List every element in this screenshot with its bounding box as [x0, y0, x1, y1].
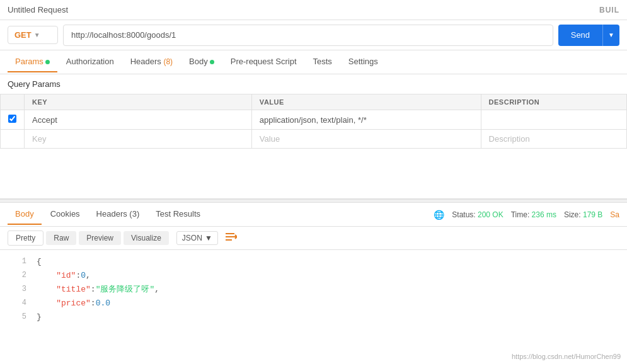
- send-button[interactable]: Send ▼: [558, 25, 619, 46]
- tab-params[interactable]: Params: [8, 52, 57, 72]
- tab-authorization[interactable]: Authorization: [59, 52, 122, 72]
- request-tabs: Params Authorization Headers (8) Body Pr…: [0, 50, 627, 74]
- row-checkbox[interactable]: [8, 115, 16, 123]
- svg-rect-2: [226, 239, 232, 241]
- col-value: VALUE: [251, 94, 481, 110]
- svg-rect-1: [226, 236, 237, 237]
- size-label: Size: 179 B: [564, 210, 602, 219]
- format-select[interactable]: JSON ▼: [176, 231, 218, 245]
- json-line-4: 4 "price": 0.0: [0, 297, 627, 310]
- value-placeholder[interactable]: Value: [251, 130, 481, 149]
- url-input[interactable]: [63, 25, 553, 46]
- request-spacer: [0, 149, 627, 199]
- tab-headers[interactable]: Headers (8): [123, 52, 180, 72]
- row-value[interactable]: application/json, text/plain, */*: [251, 110, 481, 130]
- col-description: DESCRIPTION: [481, 94, 626, 110]
- save-label[interactable]: Sa: [610, 210, 619, 219]
- view-preview[interactable]: Preview: [79, 231, 121, 245]
- format-label: JSON: [182, 234, 202, 242]
- svg-rect-0: [226, 233, 234, 234]
- table-row-placeholder: Key Value Description: [1, 130, 627, 149]
- response-tabs-bar: Body Cookies Headers (3) Test Results 🌐 …: [0, 203, 627, 227]
- format-arrow-icon: ▼: [205, 234, 212, 242]
- tab-prerequest[interactable]: Pre-request Script: [223, 52, 304, 72]
- row-checkbox-cell[interactable]: [1, 110, 25, 130]
- desc-placeholder[interactable]: Description: [481, 130, 626, 149]
- table-row: Accept application/json, text/plain, */*: [1, 110, 627, 130]
- view-raw[interactable]: Raw: [46, 231, 76, 245]
- row-key[interactable]: Accept: [25, 110, 252, 130]
- method-arrow-icon: ▼: [34, 31, 40, 38]
- send-label: Send: [558, 25, 602, 46]
- method-select[interactable]: GET ▼: [8, 26, 58, 44]
- resp-tab-body[interactable]: Body: [8, 204, 42, 225]
- col-checkbox: [1, 94, 25, 110]
- resp-tab-testresults[interactable]: Test Results: [148, 204, 208, 225]
- view-pretty[interactable]: Pretty: [8, 230, 43, 246]
- url-bar: GET ▼ Send ▼: [0, 20, 627, 50]
- response-tabs: Body Cookies Headers (3) Test Results: [8, 204, 209, 225]
- response-area: Body Cookies Headers (3) Test Results 🌐 …: [0, 203, 627, 329]
- query-params-title: Query Params: [0, 74, 627, 94]
- json-viewer: 1 { 2 "id": 0, 3 "title": "服务降级了呀", 4 "p…: [0, 250, 627, 329]
- row-description[interactable]: [481, 110, 626, 130]
- globe-icon: 🌐: [434, 210, 444, 220]
- request-title: Untitled Request: [8, 5, 68, 14]
- watermark: https://blog.csdn.net/HumorChen99: [512, 353, 621, 360]
- body-toolbar: Pretty Raw Preview Visualize JSON ▼: [0, 227, 627, 250]
- params-table: KEY VALUE DESCRIPTION Accept application…: [0, 94, 627, 149]
- col-key: KEY: [25, 94, 252, 110]
- tab-settings[interactable]: Settings: [341, 52, 386, 72]
- status-label: Status: 200 OK: [452, 210, 503, 219]
- build-badge: BUIL: [599, 6, 619, 14]
- send-dropdown-icon[interactable]: ▼: [602, 25, 619, 46]
- resp-tab-cookies[interactable]: Cookies: [43, 204, 88, 225]
- view-visualize[interactable]: Visualize: [124, 231, 169, 245]
- method-label: GET: [14, 30, 32, 40]
- wrap-icon[interactable]: [226, 232, 237, 244]
- query-params-section: Query Params KEY VALUE DESCRIPTION Accep…: [0, 74, 627, 149]
- time-label: Time: 236 ms: [511, 210, 556, 219]
- title-bar: Untitled Request BUIL: [0, 0, 627, 20]
- json-line-3: 3 "title": "服务降级了呀",: [0, 283, 627, 297]
- tab-tests[interactable]: Tests: [306, 52, 340, 72]
- json-line-2: 2 "id": 0,: [0, 269, 627, 283]
- resp-tab-headers[interactable]: Headers (3): [89, 204, 147, 225]
- response-status: 🌐 Status: 200 OK Time: 236 ms Size: 179 …: [434, 210, 619, 220]
- params-dot: [45, 60, 50, 64]
- json-line-1: 1 {: [0, 255, 627, 269]
- key-placeholder[interactable]: Key: [25, 130, 252, 149]
- tab-body[interactable]: Body: [181, 52, 222, 72]
- json-line-5: 5 }: [0, 310, 627, 324]
- body-dot: [210, 60, 214, 64]
